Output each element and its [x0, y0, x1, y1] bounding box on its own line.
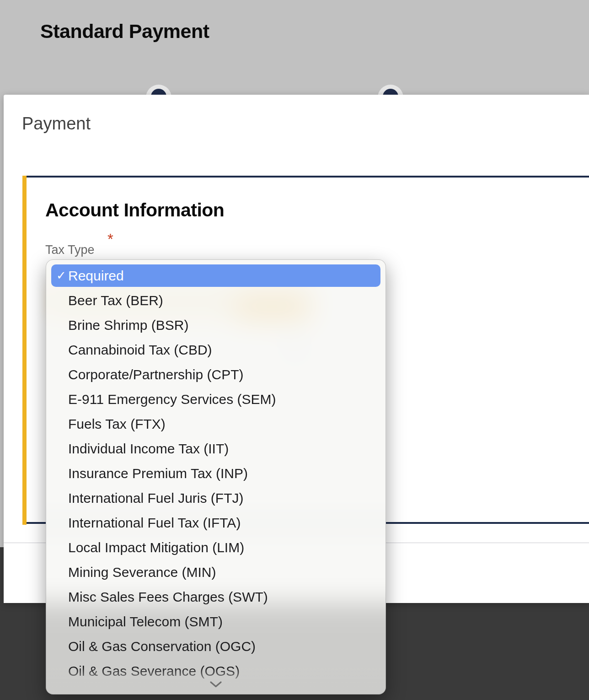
tax-type-option[interactable]: Fuels Tax (FTX) — [51, 413, 380, 435]
tax-type-label: Tax Type — [45, 243, 95, 257]
page-title: Standard Payment — [40, 20, 209, 43]
section-accent-bar — [22, 176, 27, 525]
tax-type-listbox: Beer Tax (BER)Brine Shrimp (BSR)Cannabin… — [46, 260, 386, 694]
required-asterisk: * — [107, 231, 113, 248]
tax-type-option[interactable]: Local Impact Mitigation (LIM) — [51, 536, 380, 559]
tax-type-option[interactable]: International Fuel Juris (FTJ) — [51, 487, 380, 509]
chevron-down-icon[interactable] — [209, 681, 222, 688]
modal-title: Payment — [22, 114, 91, 134]
tax-type-option[interactable]: Oil & Gas Conservation (OGC) — [51, 635, 380, 657]
tax-type-option[interactable]: Corporate/Partnership (CPT) — [51, 363, 380, 386]
tax-type-dropdown-popup: ✓ Required Beer Tax (BER)Brine Shrimp (B… — [46, 259, 386, 695]
tax-type-option[interactable]: Insurance Premium Tax (INP) — [51, 462, 380, 485]
tax-type-option[interactable]: Brine Shrimp (BSR) — [51, 314, 380, 336]
tax-type-option[interactable]: Cannabinoid Tax (CBD) — [51, 339, 380, 361]
tax-type-option[interactable]: Oil & Gas Severance (OGS) — [51, 660, 380, 682]
tax-type-option[interactable]: Misc Sales Fees Charges (SWT) — [51, 586, 380, 608]
standard-payment-page: { "header": { "title": "Standard Payment… — [0, 0, 589, 700]
section-title: Account Information — [45, 199, 224, 221]
tax-type-option[interactable]: Mining Severance (MIN) — [51, 561, 380, 583]
tax-type-option[interactable]: Beer Tax (BER) — [51, 289, 380, 312]
tax-type-option[interactable]: Individual Income Tax (IIT) — [51, 437, 380, 460]
tax-type-option[interactable]: E-911 Emergency Services (SEM) — [51, 388, 380, 410]
tax-type-option[interactable]: International Fuel Tax (IFTA) — [51, 512, 380, 534]
tax-type-option[interactable]: Municipal Telecom (SMT) — [51, 610, 380, 633]
